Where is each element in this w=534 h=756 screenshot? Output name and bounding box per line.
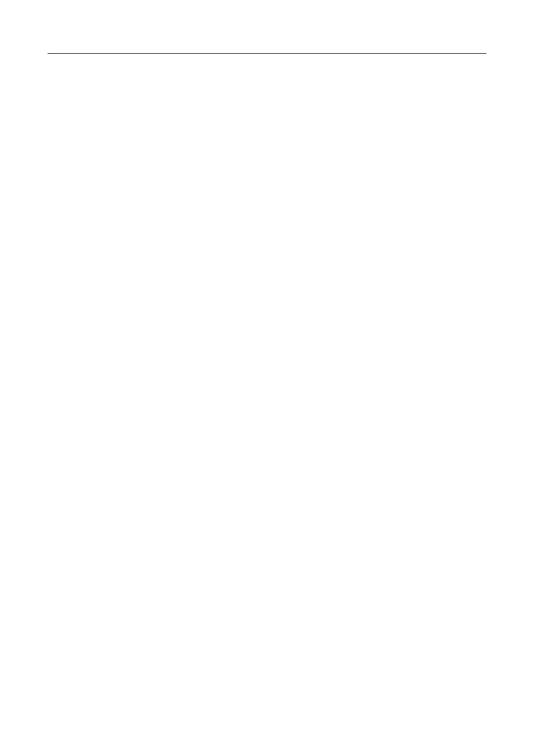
page-divider	[48, 53, 486, 54]
